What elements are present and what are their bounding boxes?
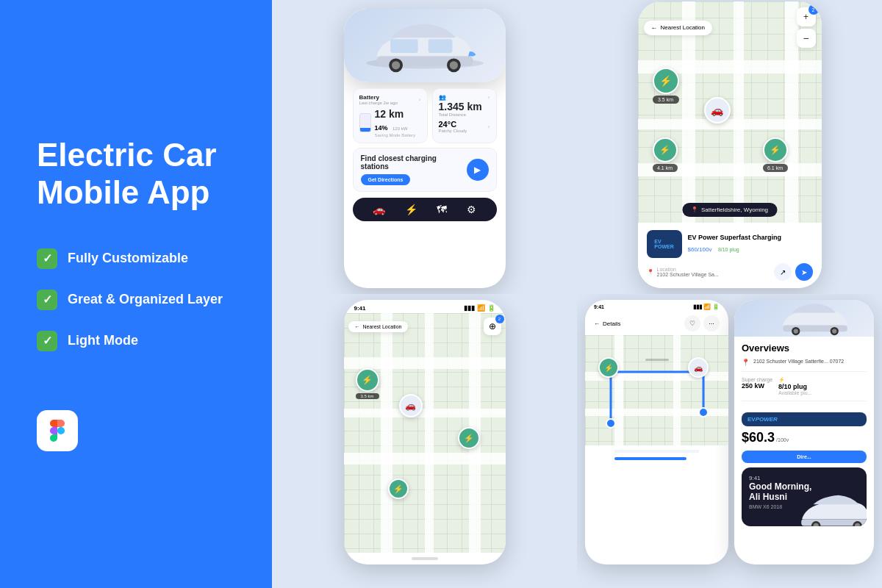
notification-badge: 2: [808, 4, 819, 15]
ev-power-banner: EVPOWER: [742, 412, 867, 426]
nav-car-icon[interactable]: 🚗: [373, 204, 385, 215]
station-price: $60/100v: [688, 246, 712, 253]
station-plug: 8/10 plug: [718, 247, 739, 252]
svg-rect-7: [428, 39, 452, 53]
location-address: 2102 Schuster Village Sa...: [657, 272, 771, 277]
charge-info-row: Super charge 250 kW ⚡ 8/10 plug Availabl…: [742, 377, 867, 401]
svg-rect-6: [390, 39, 418, 53]
favorite-btn[interactable]: ♡: [684, 315, 700, 331]
ev-logo-text: EVPOWER: [747, 416, 778, 423]
plug-sub: Available plu...: [778, 390, 811, 395]
saving-mode: Saving Mode Battery: [375, 133, 416, 137]
battery-pct: 14%: [375, 124, 388, 132]
svg-point-3: [392, 61, 400, 69]
supercharge-value: 250 kW: [742, 382, 772, 390]
check-icon-2: [37, 290, 57, 310]
pin-q3-2: 🚗: [399, 394, 423, 417]
distance-value: 1.345 km: [439, 101, 490, 112]
gm-car-svg: [792, 492, 867, 526]
details-action-btns: ♡ ···: [684, 315, 720, 331]
station-pin-3: ⚡ 4.1 km: [653, 137, 678, 172]
phone-map-bottom: 9:41 ▮▮▮ 📶 🔋: [344, 300, 506, 564]
feature-item-organized: Great & Organized Layer: [37, 290, 235, 310]
status-icons-q3: ▮▮▮ 📶 🔋: [464, 304, 495, 312]
station-location: Location 2102 Schuster Village Sa...: [657, 267, 771, 277]
quadrant-dashboard: Battery Last charge 2w ago › 12: [272, 0, 577, 294]
arrow-left-icon-q3: ←: [355, 324, 360, 329]
supercharge-info: Super charge 250 kW: [742, 377, 772, 395]
nearest-location-label: Nearest Location: [661, 24, 705, 31]
directions-btn[interactable]: Dire...: [742, 451, 867, 463]
feature-text-3: Light Mode: [68, 333, 138, 348]
overview-car-top: [734, 300, 874, 337]
location-label: Location: [657, 267, 771, 272]
navigate-btn[interactable]: ➤: [795, 263, 813, 281]
more-btn[interactable]: ···: [703, 315, 720, 331]
station-bottom-card: EVPOWER EV Power Superfast Charging $60/…: [638, 223, 822, 288]
nav-bolt-icon[interactable]: ⚡: [405, 204, 417, 215]
details-back-btn[interactable]: ← Details: [594, 320, 620, 327]
action-buttons: ↗ ➤: [774, 263, 813, 281]
nearest-location-pill[interactable]: ← Nearest Location: [644, 21, 712, 35]
feature-text-2: Great & Organized Layer: [68, 292, 223, 307]
station-pin-2: 🚗: [704, 97, 731, 123]
scroll-indicator-q3: [344, 553, 506, 564]
check-icon-3: [37, 331, 57, 351]
station-pin-1: ⚡ 3.5 km: [653, 68, 679, 104]
car-illustration: [355, 18, 495, 74]
route-svg: [585, 335, 728, 445]
scroll-bar: [614, 450, 699, 453]
nav-settings-icon[interactable]: ⚙: [467, 204, 476, 215]
map-view-bottom: ← Nearest Location ⊕ 2 ⚡ 3.5 km: [344, 313, 506, 553]
overviews-title: Overviews: [742, 343, 867, 354]
weather-temp: 24°C: [439, 120, 467, 129]
find-station-title: Find closest charging stations: [361, 154, 467, 171]
left-panel: Electric Car Mobile App Fully Customizab…: [0, 0, 272, 588]
route-map: ⚡ 🚗: [585, 335, 728, 445]
overviews-section: Overviews 📍 2102 Schuster Village Satter…: [734, 337, 874, 412]
svg-point-5: [449, 61, 457, 69]
address-text: 2102 Schuster Village Satterfie... 07072: [753, 358, 844, 365]
status-bar-details: 9:41 ▮▮▮📶🔋: [585, 300, 728, 312]
check-icon-1: [37, 248, 57, 269]
nearest-location-q3: Nearest Location: [363, 324, 402, 329]
pin-q3-3: ⚡: [458, 427, 480, 449]
feature-item-customizable: Fully Customizable: [37, 248, 235, 269]
phone-overview: Overviews 📍 2102 Schuster Village Satter…: [734, 300, 874, 564]
battery-sublabel: Last charge 2w ago: [359, 101, 398, 105]
share-btn[interactable]: ↗: [774, 263, 792, 281]
battery-km: 12 km: [375, 108, 416, 120]
ev-price-section: EVPOWER $60.3 /100v Dire...: [734, 412, 874, 463]
feature-item-light: Light Mode: [37, 331, 235, 351]
plug-info: ⚡ 8/10 plug Available plu...: [778, 377, 811, 395]
status-icons-details: ▮▮▮📶🔋: [693, 304, 720, 310]
svg-point-12: [794, 329, 798, 333]
battery-label: Battery: [359, 94, 398, 101]
battery-chevron: ›: [419, 96, 421, 103]
location-pill: 📍 Satterfieldshire, Wyoming: [682, 203, 777, 217]
weather-desc: Patchy Cloudy: [439, 129, 467, 133]
map-view-top: ← Nearest Location + −: [638, 1, 822, 223]
details-header: ← Details ♡ ···: [585, 312, 728, 335]
pin-q3-4: ⚡: [388, 478, 409, 499]
pin-q3-1: ⚡ 3.5 km: [356, 368, 379, 399]
get-directions-btn[interactable]: Get Directions: [361, 174, 411, 185]
svg-point-14: [832, 329, 836, 333]
address-row: 📍 2102 Schuster Village Satterfie... 070…: [742, 358, 867, 372]
arrow-left-icon: ←: [651, 24, 658, 32]
feature-list: Fully Customizable Great & Organized Lay…: [37, 248, 235, 351]
supercharge-label: Super charge: [742, 377, 772, 382]
nav-map-icon[interactable]: 🗺: [437, 204, 447, 215]
distance-sub: Total Distance: [439, 112, 490, 117]
nearest-loc-pill-q3[interactable]: ← Nearest Location: [348, 321, 409, 332]
play-icon: ▶: [467, 159, 489, 181]
map-zoom-in-btn[interactable]: −: [797, 29, 816, 48]
ev-power-thumb: EVPOWER: [647, 230, 682, 258]
price-unit: /100v: [776, 437, 789, 442]
phone-details: 9:41 ▮▮▮📶🔋 ← Details ♡ ···: [585, 300, 728, 564]
price-value: $60.3: [742, 430, 775, 445]
distance-label-1: 3.5 km: [653, 96, 679, 104]
price-row: $60.3 /100v: [742, 430, 867, 445]
map-controls-container: + − 2: [797, 7, 816, 48]
dist-q3: 3.5 km: [356, 393, 379, 399]
